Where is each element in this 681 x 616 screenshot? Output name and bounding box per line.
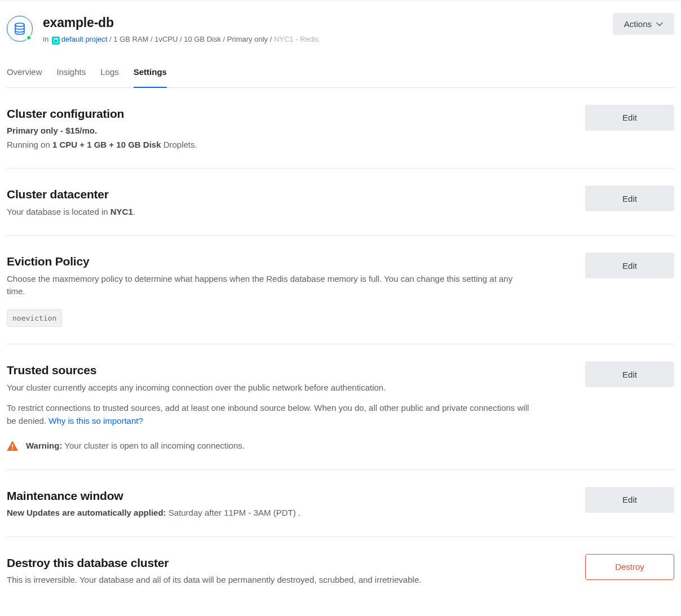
breadcrumb-specs: 1 GB RAM / 1vCPU / 10 GB Disk / Primary … [113,35,268,43]
trusted-desc2: To restrict connections to trusted sourc… [7,402,531,427]
warning-text: Warning: Your cluster is open to all inc… [26,440,245,453]
status-dot-icon [26,35,32,41]
project-link[interactable]: default project [61,35,108,43]
breadcrumb: in default project / 1 GB RAM / 1vCPU / … [43,34,319,45]
maintenance-desc: New Updates are automatically applied: S… [7,507,531,520]
svg-rect-2 [12,449,13,450]
page-title: example-db [43,13,319,33]
datacenter-desc: Your database is located in NYC1. [7,206,531,219]
cluster-config-plan: Primary only - $15/mo. [7,126,97,135]
maintenance-title: Maintenance window [7,487,531,505]
header-left: example-db in default project / 1 GB RAM… [7,13,319,45]
eviction-value: noeviction [7,309,62,327]
edit-cluster-config-button[interactable]: Edit [585,105,674,131]
section-trusted-sources: Trusted sources Your cluster currently a… [7,344,674,470]
eviction-title: Eviction Policy [7,252,531,271]
section-maintenance: Maintenance window New Updates are autom… [7,470,674,537]
section-destroy: Destroy this database cluster This is ir… [7,537,674,604]
why-important-link[interactable]: Why is this so important? [48,416,143,426]
svg-point-0 [15,23,24,26]
section-datacenter: Cluster datacenter Your database is loca… [7,169,674,236]
tab-overview[interactable]: Overview [7,66,42,88]
breadcrumb-sep1: / [107,35,113,43]
warning-row: Warning: Your cluster is open to all inc… [7,440,531,453]
destroy-button[interactable]: Destroy [585,554,674,580]
tab-settings[interactable]: Settings [134,66,167,88]
datacenter-title: Cluster datacenter [7,185,531,203]
warning-icon [7,441,18,451]
svg-rect-1 [12,444,13,447]
tabs: Overview Insights Logs Settings [7,66,674,88]
page-header: example-db in default project / 1 GB RAM… [7,13,674,45]
database-icon [7,16,33,42]
breadcrumb-sep2: / [268,35,274,43]
eviction-desc: Choose the maxmemory policy to determine… [7,273,531,298]
actions-button[interactable]: Actions [613,13,674,35]
edit-trusted-button[interactable]: Edit [585,361,674,387]
breadcrumb-in: in [43,35,48,43]
project-icon [52,37,60,45]
section-eviction: Eviction Policy Choose the maxmemory pol… [7,236,674,344]
edit-maintenance-button[interactable]: Edit [585,487,674,513]
breadcrumb-region: NYC1 - Redis [274,35,319,43]
cluster-config-title: Cluster configuration [7,105,531,123]
title-block: example-db in default project / 1 GB RAM… [43,13,319,45]
edit-eviction-button[interactable]: Edit [585,252,674,278]
trusted-desc1: Your cluster currently accepts any incom… [7,382,531,395]
trusted-title: Trusted sources [7,361,531,379]
cluster-config-running: Running on 1 CPU + 1 GB + 10 GB Disk Dro… [7,139,531,152]
section-cluster-config: Cluster configuration Primary only - $15… [7,88,674,169]
actions-button-label: Actions [624,19,652,29]
tab-logs[interactable]: Logs [100,66,119,88]
edit-datacenter-button[interactable]: Edit [585,185,674,211]
tab-insights[interactable]: Insights [57,66,86,88]
destroy-title: Destroy this database cluster [7,554,531,572]
destroy-desc: This is irreversible. Your database and … [7,574,531,587]
chevron-down-icon [656,22,663,26]
